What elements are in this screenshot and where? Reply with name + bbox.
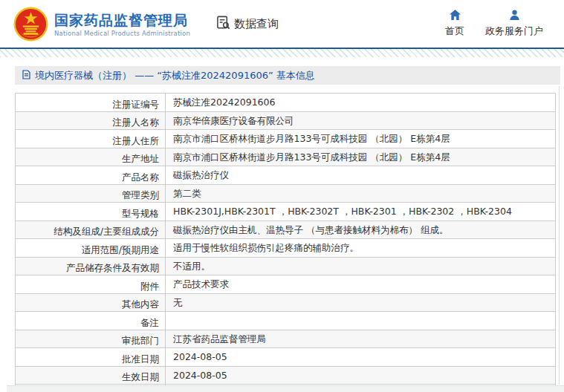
row-label: 管理类别 (16, 184, 166, 203)
org-name-en: National Medical Products Administration (54, 30, 190, 37)
row-label: 生产地址 (16, 148, 166, 166)
row-value: 适用于慢性软组织损伤引起疼痛的辅助治疗。 (166, 239, 556, 258)
table-row: 型号规格 HBK-2301J,HBK-2301T ，HBK-2302T ，HBK… (16, 203, 556, 221)
row-value: 磁振热治疗仪 (166, 166, 556, 185)
table-row: 备注 (16, 312, 556, 330)
table-row: 生产地址 南京市浦口区桥林街道步月路133号可成科技园 （北园） E栋第4层 (16, 148, 556, 166)
home-icon (450, 10, 461, 22)
table-row: 附件 产品技术要求 (16, 275, 556, 294)
right-edge-rule (559, 86, 560, 385)
national-emblem-logo (13, 7, 48, 42)
row-value: 产品技术要求 (166, 275, 556, 294)
table-row: 批准日期 2024-08-05 (16, 348, 556, 367)
row-value: HBK-2301J,HBK-2301T ，HBK-2302T ，HBK-2301… (166, 203, 556, 221)
row-label: 注册人名称 (16, 111, 166, 130)
table-row: 审批部门 江苏省药品监督管理局 (16, 330, 556, 348)
row-label: 适用范围/预期用途 (16, 239, 166, 258)
row-value: 2024-08-05 (166, 366, 556, 385)
header-nav: 首页 政务服务门户 (445, 10, 543, 38)
row-value: 不适用。 (166, 257, 556, 275)
table-row: 产品储存条件及有效期 不适用。 (16, 257, 556, 275)
row-value: 2024-08-05 (166, 348, 556, 367)
row-label: 产品储存条件及有效期 (16, 257, 166, 275)
nav-gov-portal[interactable]: 政务服务门户 (485, 10, 543, 38)
row-value: 南京华倍康医疗设备有限公司 (166, 111, 556, 130)
row-label: 注册证编号 (16, 94, 166, 112)
table-row: 结构及组成/主要组成成分 磁振热治疗仪由主机、温热导子 （与患者接触材料为棉布）… (16, 220, 556, 239)
row-value: 南京市浦口区桥林街道步月路133号可成科技园 （北园） E栋第4层 (166, 130, 556, 148)
row-label: 附件 (16, 275, 166, 294)
row-label: 型号规格 (16, 203, 166, 221)
nav-home-label: 首页 (445, 24, 464, 38)
row-value (166, 312, 556, 330)
row-label: 备注 (16, 312, 166, 330)
data-query-link[interactable]: 数据查询 (215, 15, 279, 33)
row-value: 南京市浦口区桥林街道步月路133号可成科技园 （北园） E栋第4层 (166, 148, 556, 166)
document-icon (22, 70, 30, 82)
footer-band (7, 385, 564, 392)
decorative-hatch-band (0, 49, 564, 57)
data-query-label: 数据查询 (234, 17, 279, 31)
row-value: 江苏省药品监督管理局 (166, 330, 556, 348)
row-label: 其他内容 (16, 293, 166, 312)
registration-info-table: 注册证编号 苏械注准20242091606 注册人名称 南京华倍康医疗设备有限公… (15, 93, 556, 392)
table-row: 注册人住所 南京市浦口区桥林街道步月路133号可成科技园 （北园） E栋第4层 (16, 130, 556, 148)
breadcrumb-text: 境内医疗器械（注册） —— “苏械注准20242091606” 基本信息 (35, 69, 315, 82)
data-query-icon (215, 15, 231, 33)
table-row: 注册证编号 苏械注准20242091606 (16, 94, 556, 112)
nmpa-brand: 国家药品监督管理局 National Medical Products Admi… (13, 7, 190, 42)
row-value: 无 (166, 293, 556, 312)
row-value: 苏械注准20242091606 (166, 94, 556, 112)
breadcrumb: 境内医疗器械（注册） —— “苏械注准20242091606” 基本信息 (15, 66, 560, 85)
table-row: 生效日期 2024-08-05 (16, 366, 556, 385)
nav-gov-portal-label: 政务服务门户 (485, 24, 543, 38)
row-label: 结构及组成/主要组成成分 (16, 220, 166, 239)
row-value: 磁振热治疗仪由主机、温热导子 （与患者接触材料为棉布） 组成。 (166, 220, 556, 239)
table-row: 注册人名称 南京华倍康医疗设备有限公司 (16, 111, 556, 130)
table-row: 适用范围/预期用途 适用于慢性软组织损伤引起疼痛的辅助治疗。 (16, 239, 556, 258)
row-label: 审批部门 (16, 330, 166, 348)
site-header: 国家药品监督管理局 National Medical Products Admi… (0, 0, 564, 48)
org-name-cn: 国家药品监督管理局 (54, 11, 190, 29)
nav-home[interactable]: 首页 (445, 10, 464, 38)
row-label: 批准日期 (16, 348, 166, 367)
row-label: 生效日期 (16, 366, 166, 385)
table-row: 其他内容 无 (16, 293, 556, 312)
row-value: 第二类 (166, 184, 556, 203)
table-row: 产品名称 磁振热治疗仪 (16, 166, 556, 185)
user-icon (509, 10, 520, 22)
table-row: 管理类别 第二类 (16, 184, 556, 203)
row-label: 注册人住所 (16, 130, 166, 148)
row-label: 产品名称 (16, 166, 166, 185)
